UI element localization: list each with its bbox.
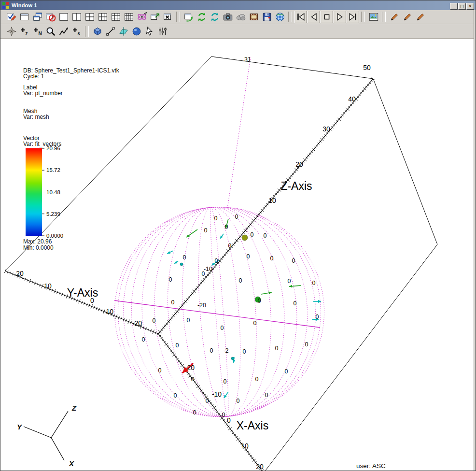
zoom-mode-z-button-icon: z [19, 26, 30, 37]
annotation-tool-3-button[interactable] [414, 11, 427, 23]
zoom-mode-z-button[interactable]: z [18, 25, 31, 38]
spin-view-button[interactable] [136, 11, 148, 23]
close-gui-button[interactable] [162, 11, 174, 23]
svg-text:0: 0 [235, 214, 238, 220]
svg-text:0: 0 [224, 378, 227, 385]
svg-text:10.48: 10.48 [46, 189, 60, 195]
toolbar-tools: zNs [0, 24, 476, 39]
render-cloud-button[interactable] [235, 11, 247, 23]
reset-view-button[interactable] [209, 11, 221, 23]
svg-text:0: 0 [204, 227, 208, 234]
svg-text:-2: -2 [223, 347, 228, 354]
svg-text:0: 0 [264, 232, 267, 239]
svg-text:X: X [69, 459, 74, 468]
svg-text:0: 0 [174, 392, 177, 399]
plane-tool-button-icon [118, 26, 129, 37]
slideshow-button-icon [368, 12, 379, 22]
layout-2x3-button[interactable] [97, 11, 109, 23]
toolbar-separator [382, 12, 386, 22]
close-button[interactable]: × [466, 3, 474, 10]
new-window-button[interactable] [18, 11, 31, 23]
previous-timestep-button[interactable] [308, 11, 320, 23]
pop-gui-button[interactable] [149, 11, 161, 23]
svg-text:0: 0 [158, 367, 162, 374]
svg-text:40: 40 [348, 95, 356, 103]
web-publish-button-icon [275, 12, 285, 22]
slideshow-button[interactable] [367, 11, 380, 23]
z-axis-title: Z-Axis [280, 180, 312, 192]
new-window-button-icon [19, 12, 30, 22]
lineout-mode-button[interactable] [57, 25, 70, 38]
clear-plots-button-icon [183, 12, 194, 22]
annotation-tool-2-button[interactable] [401, 11, 414, 23]
layout-1x1-button[interactable] [57, 11, 70, 23]
svg-text:0: 0 [225, 224, 228, 230]
svg-text:30: 30 [322, 125, 330, 133]
user-label: user: ASC [356, 462, 386, 470]
svg-text:0: 0 [255, 376, 259, 383]
svg-text:5.239: 5.239 [46, 211, 60, 217]
minimize-button[interactable]: _ [450, 3, 458, 10]
next-timestep-button[interactable] [347, 11, 359, 23]
spin-view-button-icon [137, 12, 147, 22]
first-timestep-button[interactable] [294, 11, 307, 23]
point-tool-button-icon [144, 26, 155, 37]
stop-animation-button-icon [322, 12, 332, 22]
svg-text:10: 10 [241, 442, 249, 450]
axis-restriction-tool-button[interactable] [156, 25, 169, 38]
spreadsheet-pick-button[interactable]: s [70, 25, 83, 38]
svg-text:0: 0 [285, 368, 288, 375]
svg-text:-20: -20 [185, 364, 195, 371]
stop-animation-button[interactable] [321, 11, 333, 23]
pick-node-mode-button[interactable]: N [31, 25, 44, 38]
active-window-toggle-icon [6, 12, 17, 22]
layout-4x3-button[interactable] [123, 11, 135, 23]
snapshot-button[interactable] [222, 11, 234, 23]
render-cloud-button-icon [236, 12, 246, 22]
line-tool-button[interactable] [104, 25, 117, 38]
annotation-tool-3-button-icon [415, 12, 426, 22]
scene-svg: 0000000000000000000000000000000000000000… [0, 39, 476, 471]
redraw-button[interactable] [196, 11, 208, 23]
titlebar[interactable]: Window 1 _□× [0, 0, 476, 10]
svg-text:0: 0 [210, 347, 213, 354]
viewport-canvas[interactable]: 0000000000000000000000000000000000000000… [0, 39, 476, 471]
svg-text:0: 0 [187, 317, 190, 324]
box-tool-button[interactable] [91, 25, 104, 38]
svg-text:0: 0 [153, 317, 156, 324]
delete-window-button[interactable] [44, 11, 57, 23]
reset-view-button-icon [210, 12, 220, 22]
svg-text:z: z [25, 31, 28, 36]
clear-plots-button[interactable] [182, 11, 195, 23]
save-image-button-icon [262, 12, 272, 22]
sphere-tool-button-icon [131, 26, 142, 37]
svg-text:Max: 20.96: Max: 20.96 [23, 238, 52, 245]
clone-window-button[interactable] [31, 11, 44, 23]
maximize-button[interactable]: □ [458, 3, 466, 10]
annotation-tool-1-button[interactable] [388, 11, 401, 23]
svg-text:0: 0 [206, 398, 209, 404]
save-image-button[interactable] [261, 11, 273, 23]
window-title: Window 1 [12, 2, 448, 8]
sphere-tool-button[interactable] [130, 25, 143, 38]
toolbar-separator [361, 12, 365, 22]
play-animation-button-icon [335, 12, 345, 22]
point-tool-button[interactable] [143, 25, 156, 38]
svg-text:Z: Z [71, 404, 77, 412]
zoom-tool-button[interactable] [44, 25, 57, 38]
x-axis-title: X-Axis [237, 419, 268, 432]
movie-button[interactable] [248, 11, 260, 23]
layout-2x2-button[interactable] [84, 11, 96, 23]
annotation-tool-1-button-icon [389, 12, 400, 22]
svg-text:N: N [38, 31, 42, 36]
layout-3x3-button[interactable] [110, 11, 122, 23]
plane-tool-button[interactable] [117, 25, 130, 38]
navigate-mode-button[interactable] [5, 25, 18, 38]
active-window-toggle[interactable] [5, 11, 18, 23]
svg-text:0: 0 [215, 257, 218, 264]
svg-text:s: s [77, 31, 80, 36]
svg-text:0: 0 [191, 376, 195, 383]
web-publish-button[interactable] [274, 11, 286, 23]
layout-1x2-button[interactable] [70, 11, 83, 23]
play-animation-button[interactable] [334, 11, 346, 23]
